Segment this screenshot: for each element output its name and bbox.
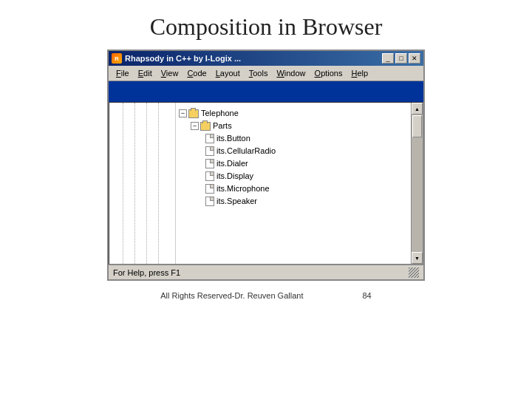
tree-node-itsMicrophone[interactable]: its.Microphone: [205, 183, 408, 195]
menu-layout[interactable]: Layout: [211, 67, 245, 79]
menu-edit[interactable]: Edit: [134, 67, 157, 79]
copyright-text: All Rights Reserved-Dr. Reuven Gallant: [160, 291, 303, 300]
folder-icon-telephone: [188, 109, 199, 118]
tree-node-parts[interactable]: − Parts: [191, 120, 408, 132]
page-icon-itsSpeaker: [205, 197, 214, 206]
menu-window[interactable]: Window: [272, 67, 310, 79]
app-icon: R: [112, 53, 122, 64]
title-bar: R Rhapsody in C++ by I-Logix ... _ □ ✕: [109, 51, 423, 66]
toolbar: [109, 81, 423, 102]
window-container: R Rhapsody in C++ by I-Logix ... _ □ ✕ F…: [107, 50, 425, 281]
main-area: − Telephone − Parts its.Button its.Cellu…: [109, 102, 423, 265]
tree-label-itsCellularRadio: its.CellularRadio: [216, 145, 276, 157]
status-bar: For Help, press F1: [109, 265, 423, 279]
menu-help[interactable]: Help: [347, 67, 372, 79]
page-icon-itsDialer: [205, 159, 214, 168]
tree-label-itsButton: its.Button: [216, 132, 250, 145]
scrollbar-vertical[interactable]: ▲ ▼: [411, 103, 423, 264]
menu-file[interactable]: File: [112, 67, 134, 79]
left-panel: [109, 103, 176, 264]
scroll-track: [412, 115, 423, 252]
maximize-button[interactable]: □: [395, 53, 407, 64]
menu-view[interactable]: View: [157, 67, 183, 79]
menu-bar: File Edit View Code Layout Tools Window …: [109, 66, 423, 81]
tree-label-itsDisplay: its.Display: [216, 170, 253, 183]
page-icon-itsButton: [205, 134, 214, 143]
tree-label-itsSpeaker: its.Speaker: [216, 195, 257, 208]
resize-grip[interactable]: [409, 267, 419, 278]
page-icon-itsMicrophone: [205, 184, 214, 194]
menu-tools[interactable]: Tools: [245, 67, 273, 79]
tree-node-itsSpeaker[interactable]: its.Speaker: [205, 195, 408, 208]
tree-label-itsMicrophone: its.Microphone: [216, 183, 270, 195]
page-title: Composition in Browser: [0, 0, 532, 50]
page-icon-itsDisplay: [205, 171, 214, 181]
menu-options[interactable]: Options: [310, 67, 347, 79]
footer: All Rights Reserved-Dr. Reuven Gallant 8…: [0, 291, 532, 300]
tree-node-telephone[interactable]: − Telephone: [179, 107, 408, 120]
scroll-thumb[interactable]: [412, 115, 422, 137]
page-icon-itsCellularRadio: [205, 146, 214, 156]
close-button[interactable]: ✕: [409, 53, 420, 64]
window-title: Rhapsody in C++ by I-Logix ...: [125, 54, 241, 63]
scroll-down-button[interactable]: ▼: [412, 252, 423, 264]
scroll-up-button[interactable]: ▲: [412, 103, 423, 115]
expand-telephone[interactable]: −: [179, 109, 187, 117]
expand-parts[interactable]: −: [191, 122, 199, 130]
tree-label-telephone: Telephone: [201, 107, 239, 120]
minimize-button[interactable]: _: [382, 53, 394, 64]
tree-label-itsDialer: its.Dialer: [216, 157, 248, 170]
tree-node-itsDialer[interactable]: its.Dialer: [205, 157, 408, 170]
tree-node-itsCellularRadio[interactable]: its.CellularRadio: [205, 145, 408, 157]
folder-icon-parts: [200, 122, 211, 131]
menu-code[interactable]: Code: [183, 67, 211, 79]
tree-label-parts: Parts: [213, 120, 232, 132]
tree-panel[interactable]: − Telephone − Parts its.Button its.Cellu…: [176, 103, 411, 264]
page-number: 84: [362, 291, 371, 300]
status-text: For Help, press F1: [113, 268, 180, 277]
tree-node-itsButton[interactable]: its.Button: [205, 132, 408, 145]
tree-node-itsDisplay[interactable]: its.Display: [205, 170, 408, 183]
